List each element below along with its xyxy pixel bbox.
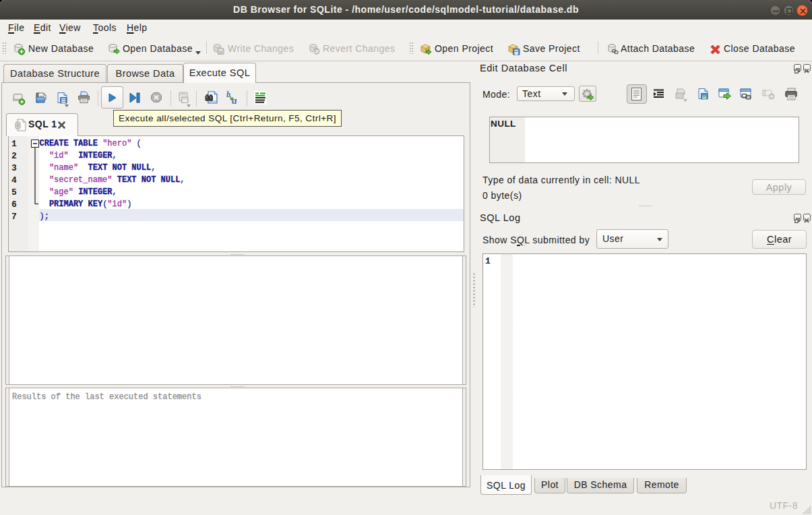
svg-text:b: b bbox=[226, 90, 230, 99]
